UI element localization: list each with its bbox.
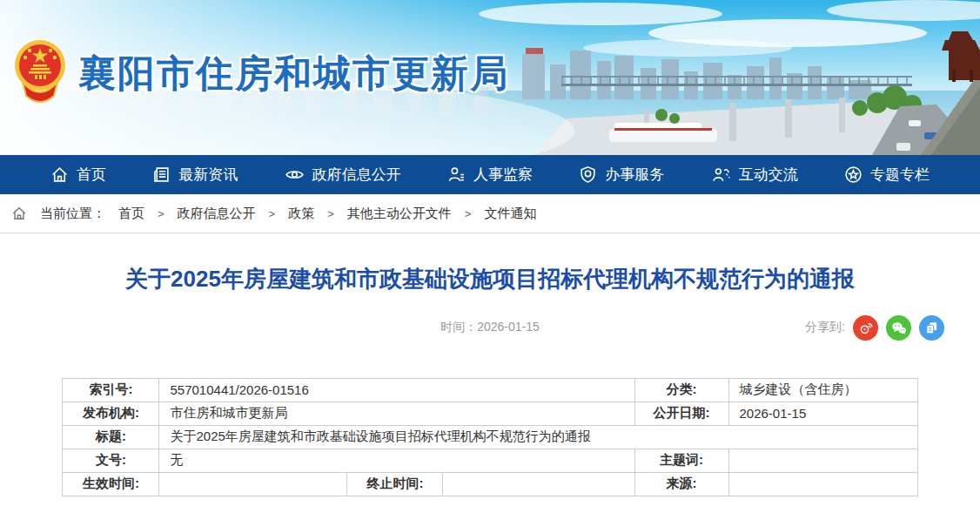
- article-main: 关于2025年房屋建筑和市政基础设施项目招标代理机构不规范行为的通报 时间：20…: [0, 265, 980, 496]
- effective-date-label: 生效时间:: [63, 472, 159, 496]
- table-row-agency-pubdate: 发布机构: 市住房和城市更新局 公开日期: 2026-01-15: [63, 402, 917, 425]
- article-title: 关于2025年房屋建筑和市政基础设施项目招标代理机构不规范行为的通报: [44, 265, 936, 294]
- wechat-share-button[interactable]: [886, 315, 911, 341]
- nav-item-personnel[interactable]: 人事监察: [447, 165, 533, 185]
- doc-title-value: 关于2025年房屋建筑和市政基础设施项目招标代理机构不规范行为的通报: [159, 425, 917, 449]
- main-navigation: 首页 最新资讯 政府信息公开 人事监察 办事服务 互动交流 专题专栏: [0, 155, 980, 194]
- eye-icon: [285, 165, 305, 184]
- keywords-value: [728, 449, 917, 472]
- nav-label: 政府信息公开: [312, 165, 401, 185]
- breadcrumb-label: 当前位置：: [40, 206, 105, 222]
- star-circle-icon: [844, 165, 863, 184]
- table-row-docnum-keywords: 文号: 无 主题词:: [63, 449, 917, 472]
- index-number-value: 557010441/2026-01516: [159, 378, 634, 402]
- national-emblem-icon: [12, 37, 68, 111]
- home-icon: [50, 165, 69, 184]
- nav-label: 人事监察: [473, 165, 533, 185]
- nav-item-services[interactable]: 办事服务: [579, 165, 664, 185]
- table-row-title: 标题: 关于2025年房屋建筑和市政基础设施项目招标代理机构不规范行为的通报: [63, 425, 917, 449]
- time-value: 2026-01-15: [477, 320, 540, 334]
- nav-item-gov-info[interactable]: 政府信息公开: [285, 165, 401, 185]
- nav-label: 专题专栏: [870, 165, 930, 185]
- nav-item-news[interactable]: 最新资讯: [152, 165, 238, 185]
- expiry-date-value: [443, 472, 634, 496]
- wechat-icon: [890, 320, 907, 336]
- nav-item-interaction[interactable]: 互动交流: [711, 165, 798, 185]
- source-label: 来源:: [634, 472, 728, 496]
- breadcrumb-item-gov-info[interactable]: 政府信息公开: [178, 206, 256, 222]
- breadcrumb-item-policy[interactable]: 政策: [288, 206, 314, 222]
- publish-date-label: 公开日期:: [634, 402, 728, 425]
- nav-item-home[interactable]: 首页: [50, 165, 106, 185]
- site-banner: 襄阳市住房和城市更新局: [0, 0, 980, 155]
- share-label: 分享到:: [805, 320, 845, 335]
- table-row-index-category: 索引号: 557010441/2026-01516 分类: 城乡建设（含住房）: [63, 378, 917, 402]
- expiry-date-label: 终止时间:: [347, 472, 443, 496]
- doc-number-value: 无: [159, 449, 634, 472]
- shield-icon: [579, 165, 597, 184]
- news-icon: [152, 165, 171, 184]
- copy-link-icon: [924, 321, 939, 335]
- time-label: 时间：: [440, 320, 477, 334]
- breadcrumb-item-home[interactable]: 首页: [118, 206, 144, 222]
- breadcrumb-separator: >: [269, 207, 276, 220]
- category-value: 城乡建设（含住房）: [728, 378, 917, 402]
- category-label: 分类:: [634, 378, 728, 402]
- breadcrumb-item-other-public-docs[interactable]: 其他主动公开文件: [347, 206, 452, 222]
- doc-number-label: 文号:: [63, 449, 159, 472]
- publish-date-value: 2026-01-15: [728, 402, 917, 425]
- breadcrumb-item-document-notice[interactable]: 文件通知: [484, 206, 536, 222]
- issuing-agency-label: 发布机构:: [63, 402, 159, 425]
- person-icon: [447, 165, 466, 184]
- nav-label: 办事服务: [605, 165, 664, 185]
- nav-label: 最新资讯: [178, 165, 238, 185]
- issuing-agency-value: 市住房和城市更新局: [159, 402, 634, 425]
- effective-date-value: [159, 472, 347, 496]
- document-info-table: 索引号: 557010441/2026-01516 分类: 城乡建设（含住房） …: [62, 378, 917, 496]
- breadcrumb: 当前位置： 首页 > 政府信息公开 > 政策 > 其他主动公开文件 > 文件通知: [0, 194, 980, 233]
- article-meta: 时间：2026-01-15 分享到:: [0, 314, 980, 341]
- copy-link-share-button[interactable]: [919, 315, 944, 341]
- home-outline-icon: [11, 206, 27, 221]
- nav-label: 互动交流: [739, 165, 798, 185]
- site-title: 襄阳市住房和城市更新局: [78, 49, 509, 99]
- breadcrumb-separator: >: [465, 207, 472, 220]
- weibo-share-button[interactable]: [853, 315, 878, 341]
- doc-title-label: 标题:: [63, 425, 159, 449]
- source-value: [728, 472, 917, 496]
- index-number-label: 索引号:: [63, 378, 159, 402]
- keywords-label: 主题词:: [634, 449, 728, 472]
- nav-item-special-topics[interactable]: 专题专栏: [844, 165, 930, 185]
- weibo-icon: [858, 320, 874, 335]
- chat-people-icon: [711, 165, 731, 184]
- site-brand[interactable]: 襄阳市住房和城市更新局: [12, 37, 509, 111]
- nav-label: 首页: [77, 165, 106, 185]
- table-row-dates-source: 生效时间: 终止时间: 来源:: [63, 472, 917, 496]
- breadcrumb-separator: >: [327, 207, 334, 220]
- share-bar: 分享到:: [805, 315, 944, 341]
- breadcrumb-separator: >: [158, 207, 164, 220]
